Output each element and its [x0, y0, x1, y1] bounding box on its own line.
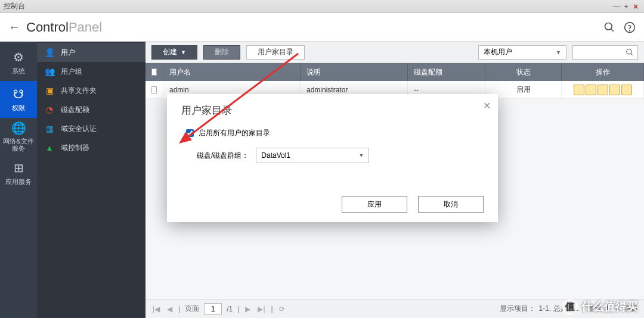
chevron-down-icon: ▼ — [181, 49, 186, 55]
sidebar: 👤 用户 👥 用户组 ▣ 共享文件夹 ◔ 磁盘配额 ▦ 域安全认证 ▲ 域控制器 — [37, 42, 145, 318]
apply-button[interactable]: 应用 — [342, 196, 407, 213]
note-icon[interactable] — [586, 85, 596, 95]
rail-item-network[interactable]: 🌐 网络&文件服务 — [0, 118, 37, 155]
button-label: 创建 — [163, 47, 177, 57]
folder-icon: ▣ — [44, 85, 55, 96]
button-label: 删除 — [215, 47, 229, 57]
building-icon: ▲ — [44, 142, 55, 153]
first-page-button[interactable]: |◀ — [151, 305, 161, 313]
svg-point-3 — [630, 30, 630, 30]
sidebar-item-label: 域安全认证 — [61, 124, 97, 134]
last-page-button[interactable]: ▶| — [256, 305, 266, 313]
svg-line-5 — [631, 53, 633, 55]
dialog-close-button[interactable]: ✕ — [483, 100, 491, 111]
window-title: 控制台 — [4, 1, 612, 11]
button-label: 用户家目录 — [258, 47, 293, 57]
col-header-ops: 操作 — [562, 63, 644, 81]
svg-point-4 — [627, 49, 631, 54]
col-header-desc[interactable]: 说明 — [301, 63, 408, 81]
col-header-status[interactable]: 状态 — [485, 63, 562, 81]
total-pages: /1 — [227, 305, 233, 313]
col-header-quota[interactable]: 磁盘配额 — [408, 63, 485, 81]
page-label: 页面 — [185, 304, 199, 314]
select-value: DataVol1 — [261, 151, 290, 160]
sidebar-item-label: 共享文件夹 — [61, 86, 97, 96]
pie-icon: ◔ — [44, 104, 55, 115]
user-icon[interactable] — [597, 85, 608, 95]
sidebar-item-label: 域控制器 — [61, 143, 89, 153]
rail-label: 权限 — [12, 104, 25, 113]
back-button[interactable]: ← — [8, 20, 20, 34]
edit-icon[interactable] — [574, 85, 584, 95]
close-button[interactable]: × — [631, 2, 640, 11]
svg-line-1 — [611, 29, 614, 31]
enable-home-checkbox-row[interactable]: 启用所有用户的家目录 — [186, 128, 479, 138]
maximize-button[interactable]: + — [621, 2, 631, 11]
window-titlebar: 控制台 — + × — [0, 0, 644, 13]
refresh-button[interactable]: ⟳ — [278, 305, 286, 313]
rail-item-apps[interactable]: ⊞ 应用服务 — [0, 155, 37, 192]
select-value: 本机用户 — [484, 47, 512, 57]
create-button[interactable]: 创建 ▼ — [151, 45, 197, 60]
select-all-checkbox[interactable] — [145, 63, 163, 81]
row-checkbox[interactable] — [145, 81, 163, 98]
minimize-button[interactable]: — — [612, 2, 621, 11]
disk-field-row: 磁盘/磁盘群组： DataVol1 ▼ — [186, 148, 479, 163]
app-title-strong: Control — [26, 20, 69, 35]
sidebar-item-label: 用户 — [61, 48, 75, 58]
grid-icon: ⊞ — [14, 161, 24, 175]
search-icon — [626, 48, 634, 57]
app-title: ControlPanel — [26, 20, 102, 35]
toolbar: 创建 ▼ 删除 用户家目录 本机用户 ▼ — [145, 42, 644, 63]
delete-button: 删除 — [203, 45, 240, 60]
prev-page-button[interactable]: ◀ — [166, 305, 174, 313]
gear-icon: ⚙ — [13, 50, 24, 64]
next-page-button[interactable]: ▶ — [244, 305, 252, 313]
summary-prefix: 显示项目： — [500, 304, 535, 314]
search-input[interactable] — [572, 45, 638, 60]
disk-select[interactable]: DataVol1 ▼ — [256, 148, 369, 163]
user-icon: ☋ — [13, 87, 24, 101]
watermark-text: 什么值得买 — [581, 299, 638, 314]
search-icon[interactable] — [603, 21, 615, 33]
dialog-title: 用户家目录 — [181, 101, 484, 124]
col-header-name[interactable]: 用户名 — [163, 63, 301, 81]
rail-item-system[interactable]: ⚙ 系统 — [0, 44, 37, 81]
nav-rail: ⚙ 系统 ☋ 权限 🌐 网络&文件服务 ⊞ 应用服务 — [0, 42, 37, 318]
globe-icon: 🌐 — [11, 121, 26, 135]
field-label: 磁盘/磁盘群组： — [197, 151, 249, 161]
page-input[interactable] — [204, 303, 222, 315]
sidebar-item-domain-controller[interactable]: ▲ 域控制器 — [37, 138, 145, 157]
sidebar-item-quota[interactable]: ◔ 磁盘配额 — [37, 100, 145, 119]
watermark-badge: 值 — [562, 299, 578, 314]
rail-item-permissions[interactable]: ☋ 权限 — [0, 81, 37, 118]
checkbox-label: 启用所有用户的家目录 — [199, 128, 270, 138]
watermark: 值 什么值得买 — [562, 299, 638, 314]
app-title-light: Panel — [69, 20, 102, 35]
user-filter-select[interactable]: 本机用户 ▼ — [478, 45, 566, 60]
rail-label: 系统 — [12, 67, 25, 76]
shield-icon: ▦ — [44, 123, 55, 134]
enable-home-checkbox[interactable] — [186, 129, 194, 137]
sidebar-item-label: 用户组 — [61, 67, 82, 77]
sidebar-item-domain-auth[interactable]: ▦ 域安全认证 — [37, 119, 145, 138]
sidebar-item-shared-folders[interactable]: ▣ 共享文件夹 — [37, 81, 145, 100]
sidebar-item-label: 磁盘配额 — [61, 105, 89, 115]
home-folder-dialog: ✕ 用户家目录 启用所有用户的家目录 磁盘/磁盘群组： DataVol1 ▼ 应… — [167, 94, 498, 222]
svg-point-0 — [605, 23, 612, 30]
lock-icon[interactable] — [609, 85, 620, 95]
rail-label: 网络&文件服务 — [0, 138, 37, 152]
users-icon: 👥 — [44, 66, 55, 77]
sidebar-item-groups[interactable]: 👥 用户组 — [37, 62, 145, 81]
sync-icon[interactable] — [621, 85, 632, 95]
home-folder-button[interactable]: 用户家目录 — [246, 45, 305, 60]
app-header: ← ControlPanel — [0, 13, 644, 42]
sidebar-item-users[interactable]: 👤 用户 — [37, 43, 145, 62]
chevron-down-icon: ▼ — [358, 152, 364, 158]
rail-label: 应用服务 — [5, 177, 32, 186]
cell-ops — [562, 81, 644, 98]
cancel-button[interactable]: 取消 — [418, 196, 484, 213]
table-header: 用户名 说明 磁盘配额 状态 操作 — [145, 63, 644, 81]
chevron-down-icon: ▼ — [556, 49, 561, 55]
help-icon[interactable] — [624, 21, 636, 33]
